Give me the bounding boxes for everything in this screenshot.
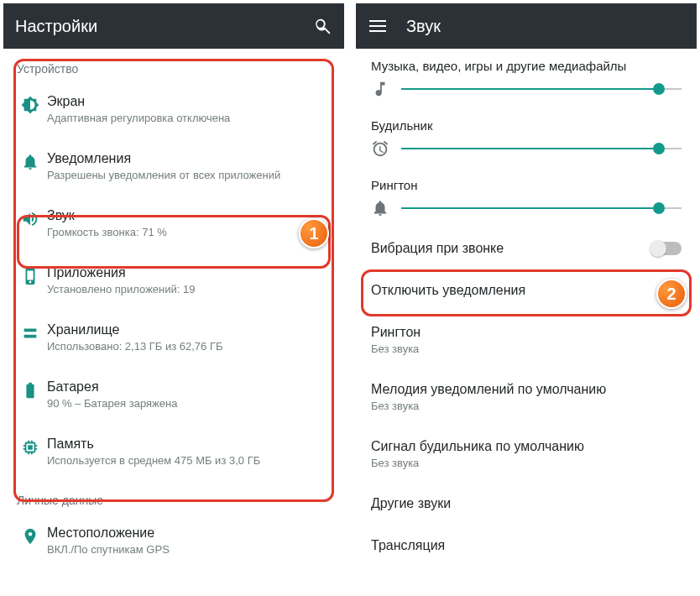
sound-item-default-notification[interactable]: Мелодия уведомлений по умолчанию Без зву… bbox=[356, 369, 697, 426]
item-title: Другие звуки bbox=[371, 496, 682, 511]
slider-alarm: Будильник bbox=[356, 108, 697, 168]
section-personal-header: Личные данные bbox=[3, 480, 344, 512]
alarm-slider[interactable] bbox=[401, 148, 682, 149]
menu-icon[interactable] bbox=[368, 16, 388, 36]
item-title: Местоположение bbox=[47, 525, 331, 541]
sound-item-mute-notifications[interactable]: Отключить уведомления bbox=[356, 269, 697, 311]
item-subtitle: Установлено приложений: 19 bbox=[47, 283, 331, 295]
item-title: Хранилище bbox=[47, 322, 331, 337]
settings-item-notifications[interactable]: Уведомления Разрешены уведомления от все… bbox=[3, 138, 344, 195]
item-title: Приложения bbox=[47, 265, 331, 280]
appbar-settings: Настройки bbox=[3, 3, 344, 49]
sound-item-cast[interactable]: Трансляция bbox=[356, 525, 697, 567]
item-title: Вибрация при звонке bbox=[371, 241, 504, 256]
vibrate-switch[interactable] bbox=[651, 242, 682, 255]
sound-pane: Звук Музыка, видео, игры и другие медиаф… bbox=[356, 3, 697, 593]
item-subtitle: Без звука bbox=[371, 400, 682, 412]
battery-icon bbox=[13, 379, 47, 400]
item-title: Экран bbox=[47, 94, 331, 109]
sound-item-vibrate[interactable]: Вибрация при звонке bbox=[356, 227, 697, 269]
item-title: Отключить уведомления bbox=[371, 283, 682, 298]
search-icon[interactable] bbox=[312, 16, 332, 36]
memory-icon bbox=[13, 437, 47, 457]
item-title: Уведомления bbox=[47, 151, 331, 166]
volume-icon bbox=[13, 208, 47, 228]
item-title: Мелодия уведомлений по умолчанию bbox=[371, 382, 682, 397]
settings-item-memory[interactable]: Память Используется в среднем 475 МБ из … bbox=[3, 423, 344, 480]
appbar-title: Звук bbox=[406, 17, 441, 36]
bell-icon bbox=[371, 199, 389, 217]
settings-item-battery[interactable]: Батарея 90 % – Батарея заряжена bbox=[3, 366, 344, 423]
item-subtitle: Без звука bbox=[371, 457, 682, 469]
item-subtitle: Используется в среднем 475 МБ из 3,0 ГБ bbox=[47, 454, 331, 467]
alarm-icon bbox=[371, 139, 389, 158]
ring-slider[interactable] bbox=[401, 207, 682, 209]
item-title: Память bbox=[47, 437, 331, 452]
item-title: Звук bbox=[47, 208, 331, 223]
settings-item-sound[interactable]: Звук Громкость звонка: 71 % bbox=[3, 195, 344, 252]
settings-item-storage[interactable]: Хранилище Использовано: 2,13 ГБ из 62,76… bbox=[3, 309, 344, 366]
media-slider[interactable] bbox=[401, 88, 682, 90]
appbar-sound: Звук bbox=[356, 3, 697, 49]
item-subtitle: ВКЛ./По спутникам GPS bbox=[47, 543, 331, 556]
item-title: Рингтон bbox=[371, 325, 682, 340]
settings-pane: Настройки Устройство Экран Адаптивная ре… bbox=[3, 3, 344, 593]
music-note-icon bbox=[371, 80, 389, 98]
item-subtitle: Адаптивная регулировка отключена bbox=[47, 112, 331, 124]
slider-ring: Рингтон bbox=[356, 168, 697, 227]
item-subtitle: Громкость звонка: 71 % bbox=[47, 226, 331, 238]
item-title: Батарея bbox=[47, 379, 331, 395]
settings-item-display[interactable]: Экран Адаптивная регулировка отключена bbox=[3, 81, 344, 138]
item-subtitle: Использовано: 2,13 ГБ из 62,76 ГБ bbox=[47, 340, 331, 353]
settings-item-apps[interactable]: Приложения Установлено приложений: 19 bbox=[3, 252, 344, 309]
location-icon bbox=[13, 525, 47, 546]
item-subtitle: Без звука bbox=[371, 342, 682, 355]
apps-icon bbox=[13, 265, 47, 285]
item-title: Трансляция bbox=[371, 538, 682, 553]
item-title: Сигнал будильника по умолчанию bbox=[371, 439, 682, 454]
display-icon bbox=[13, 94, 47, 114]
slider-media: Музыка, видео, игры и другие медиафайлы bbox=[356, 49, 697, 108]
slider-label: Рингтон bbox=[371, 178, 682, 192]
item-subtitle: 90 % – Батарея заряжена bbox=[47, 397, 331, 410]
settings-item-location[interactable]: Местоположение ВКЛ./По спутникам GPS bbox=[3, 512, 344, 569]
storage-icon bbox=[13, 322, 47, 342]
section-device-header: Устройство bbox=[3, 49, 344, 81]
slider-label: Будильник bbox=[371, 118, 682, 133]
slider-label: Музыка, видео, игры и другие медиафайлы bbox=[371, 59, 682, 73]
sound-item-ringtone[interactable]: Рингтон Без звука bbox=[356, 311, 697, 369]
sound-item-other-sounds[interactable]: Другие звуки bbox=[356, 483, 697, 525]
appbar-title: Настройки bbox=[15, 17, 97, 36]
sound-item-default-alarm[interactable]: Сигнал будильника по умолчанию Без звука bbox=[356, 426, 697, 483]
item-subtitle: Разрешены уведомления от всех приложений bbox=[47, 169, 331, 181]
bell-icon bbox=[13, 151, 47, 171]
